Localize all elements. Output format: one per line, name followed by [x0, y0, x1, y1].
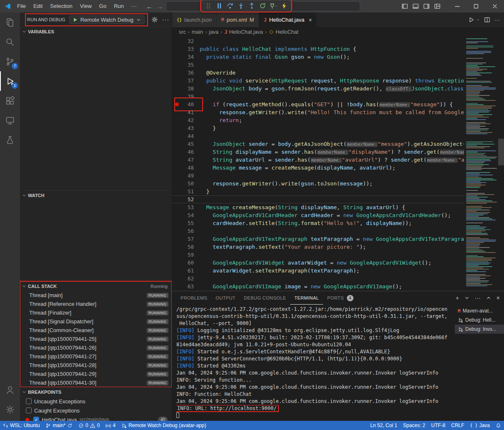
more-icon[interactable]: ···: [475, 295, 481, 301]
breakpoints-header[interactable]: BREAKPOINTS: [20, 388, 172, 397]
drag-handle-button[interactable]: [203, 1, 213, 10]
line-gutter[interactable]: 55: [172, 219, 200, 227]
line-gutter[interactable]: 39: [172, 92, 200, 100]
callstack-thread[interactable]: Thread [qtp1500079441-25]RUNNING: [20, 335, 172, 343]
status-indentation[interactable]: Spaces: 2: [400, 421, 428, 430]
callstack-thread[interactable]: Thread [qtp1500079441-28]RUNNING: [20, 361, 172, 370]
activity-testing[interactable]: [0, 130, 20, 150]
tab-launch-json[interactable]: {}launch.json: [172, 12, 217, 27]
breadcrumb-item[interactable]: HelloChat: [269, 29, 298, 35]
status-remote[interactable]: WSL: Ubuntu: [0, 421, 43, 430]
status-debug-status[interactable]: Remote Watch Debug (avatar-app): [118, 421, 209, 430]
panel-tab-output[interactable]: OUTPUT: [211, 291, 240, 305]
win-max-button[interactable]: [466, 0, 485, 12]
layout-panel-icon[interactable]: [411, 2, 420, 11]
win-close-button[interactable]: [485, 0, 504, 12]
line-gutter[interactable]: 33: [172, 45, 200, 53]
line-gutter[interactable]: 47: [172, 156, 200, 164]
panel-tab-debug-console[interactable]: DEBUG CONSOLE: [240, 291, 290, 305]
views-more-icon[interactable]: ···: [162, 17, 169, 22]
line-gutter[interactable]: 60: [172, 259, 200, 267]
panel-tab-problems[interactable]: PROBLEMS: [176, 291, 211, 305]
menu-more[interactable]: ···: [128, 0, 140, 12]
callstack-thread[interactable]: Thread [qtp1500079441-29]RUNNING: [20, 370, 172, 378]
line-gutter[interactable]: 46: [172, 148, 200, 156]
callstack-thread[interactable]: Thread [qtp1500079441-27]RUNNING: [20, 352, 172, 361]
breakpoint-item[interactable]: Caught Exceptions: [20, 406, 172, 415]
line-gutter[interactable]: 59: [172, 251, 200, 259]
terminal-list-item[interactable]: Debug: Invo...: [455, 325, 504, 334]
line-gutter[interactable]: 36: [172, 69, 200, 77]
breakpoint-checkbox[interactable]: [26, 398, 32, 404]
breakpoint-glyph[interactable]: [172, 102, 181, 106]
layout-custom-icon[interactable]: [433, 2, 442, 11]
terminal-list-item[interactable]: MMaven-avat...: [455, 306, 504, 315]
status-ports[interactable]: 4: [103, 421, 118, 430]
menu-view[interactable]: View: [76, 0, 95, 12]
editor-scrollbar[interactable]: [498, 139, 504, 165]
panel-tab-terminal[interactable]: TERMINAL: [290, 291, 323, 305]
activity-extensions[interactable]: [0, 91, 20, 110]
chev-icon[interactable]: [464, 295, 470, 301]
line-gutter[interactable]: 42: [172, 116, 200, 124]
status-language-mode[interactable]: { }Java: [467, 421, 493, 430]
menu-selection[interactable]: Selection: [46, 0, 76, 12]
status-problems[interactable]: 00: [75, 421, 103, 430]
breadcrumb-item[interactable]: JHelloChat.java: [224, 29, 263, 35]
line-gutter[interactable]: 58: [172, 243, 200, 251]
hot-code-replace-button[interactable]: [279, 1, 289, 10]
status-branch[interactable]: main*: [43, 421, 75, 430]
breakpoint-item[interactable]: ✓HelloChat.javasrc/main/java40: [20, 415, 172, 421]
line-gutter[interactable]: 51: [172, 188, 200, 195]
activity-search[interactable]: [0, 32, 20, 52]
activity-source-control[interactable]: 7: [0, 52, 20, 71]
layout-sidebar-right-icon[interactable]: [422, 2, 431, 11]
line-gutter[interactable]: 50: [172, 180, 200, 188]
chev-up-icon[interactable]: [486, 295, 491, 301]
line-gutter[interactable]: 48: [172, 164, 200, 172]
tab-pom-xml[interactable]: Mpom.xmlM: [217, 12, 259, 27]
code-lines[interactable]: 3233public class HelloChat implements Ht…: [172, 37, 464, 291]
line-gutter[interactable]: 37: [172, 77, 200, 85]
callstack-thread[interactable]: Thread [main]RUNNING: [20, 291, 172, 300]
callstack-thread[interactable]: Thread [Signal Dispatcher]RUNNING: [20, 317, 172, 326]
step-over-button[interactable]: [225, 1, 235, 10]
pause-button[interactable]: [214, 1, 224, 10]
breadcrumb-item[interactable]: main: [192, 29, 203, 35]
status-encoding[interactable]: UTF-8: [428, 421, 448, 430]
arrow-left-icon[interactable]: ←: [146, 3, 153, 10]
callstack-thread[interactable]: Thread [Finalizer]RUNNING: [20, 308, 172, 317]
menu-go[interactable]: Go: [95, 0, 110, 12]
breakpoint-checkbox[interactable]: ✓: [33, 417, 39, 421]
variables-header[interactable]: VARIABLES: [20, 27, 172, 36]
status-notifications[interactable]: [493, 421, 504, 430]
line-gutter[interactable]: 44: [172, 132, 200, 140]
line-gutter[interactable]: 38: [172, 85, 200, 92]
add-icon[interactable]: +: [456, 295, 459, 301]
activity-settings[interactable]: [0, 400, 20, 419]
terminal-list-item[interactable]: Debug: Hell...: [455, 315, 504, 325]
line-gutter[interactable]: 49: [172, 172, 200, 180]
call-stack-header[interactable]: CALL STACK Running: [20, 282, 172, 291]
breakpoint-checkbox[interactable]: [26, 408, 32, 413]
line-gutter[interactable]: 45: [172, 140, 200, 148]
callstack-thread[interactable]: Thread [qtp1500079441-26]RUNNING: [20, 343, 172, 352]
menu-run[interactable]: Run: [110, 0, 128, 12]
menu-file[interactable]: File: [13, 0, 30, 12]
line-gutter[interactable]: 35: [172, 61, 200, 69]
debug-config-dropdown[interactable]: Remote Watch Debug: [69, 15, 145, 24]
close-icon[interactable]: ×: [308, 17, 312, 23]
watch-header[interactable]: WATCH: [20, 191, 172, 200]
activity-run-debug[interactable]: 1: [0, 71, 20, 91]
line-gutter[interactable]: 52: [172, 195, 200, 203]
status-eol[interactable]: CRLF: [448, 421, 467, 430]
restart-button[interactable]: [257, 1, 268, 10]
breakpoint-item[interactable]: Uncaught Exceptions: [20, 397, 172, 406]
activity-explorer[interactable]: [0, 12, 20, 32]
activity-accounts[interactable]: [0, 380, 20, 400]
line-gutter[interactable]: 56: [172, 227, 200, 235]
line-gutter[interactable]: 54: [172, 211, 200, 219]
step-out-button[interactable]: [246, 1, 257, 10]
line-gutter[interactable]: 61: [172, 267, 200, 275]
line-gutter[interactable]: 53: [172, 203, 200, 211]
